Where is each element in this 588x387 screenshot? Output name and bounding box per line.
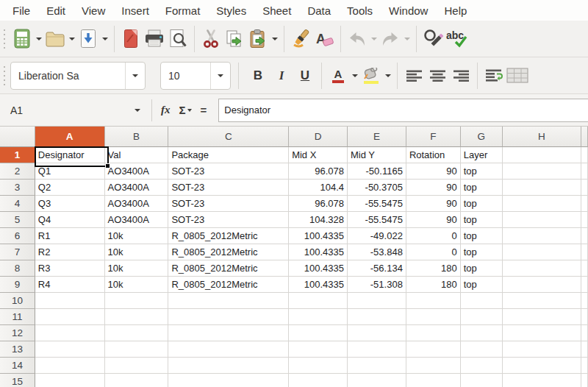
open-dropdown-arrow[interactable] <box>67 25 76 53</box>
cell[interactable]: 96.078 <box>289 163 348 180</box>
cell[interactable] <box>289 341 348 358</box>
cell[interactable] <box>581 325 588 341</box>
cell[interactable]: 100.4335 <box>289 260 348 277</box>
menu-item[interactable]: Edit <box>38 2 74 19</box>
cell[interactable] <box>406 293 461 309</box>
cell[interactable] <box>503 358 581 374</box>
cell[interactable] <box>289 358 348 374</box>
cell[interactable] <box>581 277 588 293</box>
column-header-b[interactable]: B <box>105 127 169 147</box>
cell[interactable]: 90 <box>406 163 461 180</box>
cell[interactable] <box>406 341 461 358</box>
formula-input[interactable]: Designator <box>218 99 588 122</box>
undo-button[interactable] <box>346 25 368 53</box>
cell[interactable]: R_0805_2012Metric <box>168 277 289 293</box>
cell[interactable]: 100.4335 <box>289 244 348 260</box>
menu-item[interactable]: File <box>4 2 38 19</box>
wrap-text-button[interactable] <box>483 62 505 90</box>
cell[interactable] <box>35 293 105 309</box>
cell[interactable]: AO3400A <box>105 212 169 228</box>
cell[interactable] <box>581 309 588 325</box>
cell[interactable]: Q3 <box>35 196 105 212</box>
cell[interactable] <box>503 163 581 180</box>
cell[interactable]: -56.134 <box>348 260 406 277</box>
cell[interactable]: 180 <box>406 277 461 293</box>
cell[interactable] <box>581 341 588 358</box>
cell[interactable] <box>289 293 348 309</box>
cell[interactable] <box>503 309 581 325</box>
cell[interactable]: 90 <box>406 180 461 196</box>
align-center-button[interactable] <box>426 62 448 90</box>
menu-item[interactable]: Help <box>436 2 475 19</box>
cell[interactable]: Layer <box>461 147 503 163</box>
cell[interactable] <box>503 196 581 212</box>
row-header-12[interactable]: 12 <box>0 325 35 341</box>
cell[interactable] <box>461 374 503 387</box>
print-preview-button[interactable] <box>167 25 189 53</box>
spelling-button[interactable]: abc <box>445 25 467 53</box>
align-right-button[interactable] <box>450 62 472 90</box>
cell[interactable] <box>461 358 503 374</box>
cell[interactable] <box>105 309 169 325</box>
function-wizard-button[interactable]: fx <box>157 104 175 116</box>
cell[interactable]: 104.328 <box>289 212 348 228</box>
cell[interactable]: SOT-23 <box>168 196 289 212</box>
row-header-4[interactable]: 4 <box>0 196 35 212</box>
cell[interactable] <box>105 358 169 374</box>
new-spreadsheet-button[interactable] <box>11 25 33 53</box>
cell[interactable]: R_0805_2012Metric <box>168 244 289 260</box>
cell[interactable]: Val <box>105 147 169 163</box>
font-name-dropdown-arrow[interactable] <box>125 63 145 89</box>
row-header-13[interactable]: 13 <box>0 341 35 358</box>
equals-button[interactable]: = <box>196 104 212 116</box>
menu-item[interactable]: Data <box>299 2 339 19</box>
name-box[interactable]: A1 <box>0 104 128 116</box>
cell[interactable]: top <box>461 228 503 244</box>
cell[interactable] <box>348 358 406 374</box>
cell[interactable]: Rotation <box>406 147 461 163</box>
find-replace-button[interactable] <box>422 25 444 53</box>
cell[interactable] <box>168 358 289 374</box>
cell[interactable] <box>168 374 289 387</box>
cell[interactable] <box>503 228 581 244</box>
cell[interactable]: SOT-23 <box>168 180 289 196</box>
cell[interactable] <box>348 374 406 387</box>
font-size-combobox[interactable]: 10 <box>160 62 231 90</box>
cell[interactable]: 100.4335 <box>289 228 348 244</box>
cell[interactable]: top <box>461 163 503 180</box>
cell[interactable] <box>289 325 348 341</box>
cell[interactable]: Package <box>168 147 289 163</box>
cell[interactable] <box>105 374 169 387</box>
cell[interactable] <box>503 212 581 228</box>
cell[interactable] <box>461 325 503 341</box>
column-header-d[interactable]: D <box>289 127 348 147</box>
menu-item[interactable]: Format <box>157 2 209 19</box>
bold-button[interactable]: B <box>247 62 269 90</box>
cell[interactable]: 180 <box>406 260 461 277</box>
cell[interactable]: Mid X <box>289 147 348 163</box>
cell[interactable] <box>35 358 105 374</box>
cell[interactable] <box>581 228 588 244</box>
column-header-e[interactable]: E <box>348 127 406 147</box>
cell[interactable] <box>348 293 406 309</box>
cell[interactable]: -55.5475 <box>348 212 406 228</box>
cell[interactable] <box>581 260 588 277</box>
italic-button[interactable]: I <box>270 62 293 90</box>
cell[interactable]: R2 <box>35 244 105 260</box>
undo-dropdown-arrow[interactable] <box>369 25 379 53</box>
cell[interactable] <box>503 277 581 293</box>
cell[interactable] <box>503 374 581 387</box>
row-header-11[interactable]: 11 <box>0 309 35 325</box>
cell[interactable] <box>461 309 503 325</box>
column-header-f[interactable]: F <box>406 127 461 147</box>
column-header-a[interactable]: A <box>35 127 105 147</box>
cell[interactable] <box>348 341 406 358</box>
cell[interactable] <box>581 212 588 228</box>
merge-cells-button[interactable] <box>506 62 528 90</box>
cell[interactable]: R3 <box>35 260 105 277</box>
cell[interactable]: Mid Y <box>348 147 406 163</box>
cell[interactable]: R_0805_2012Metric <box>168 228 289 244</box>
row-header-3[interactable]: 3 <box>0 180 35 196</box>
cell[interactable] <box>168 341 289 358</box>
cell[interactable] <box>168 309 289 325</box>
